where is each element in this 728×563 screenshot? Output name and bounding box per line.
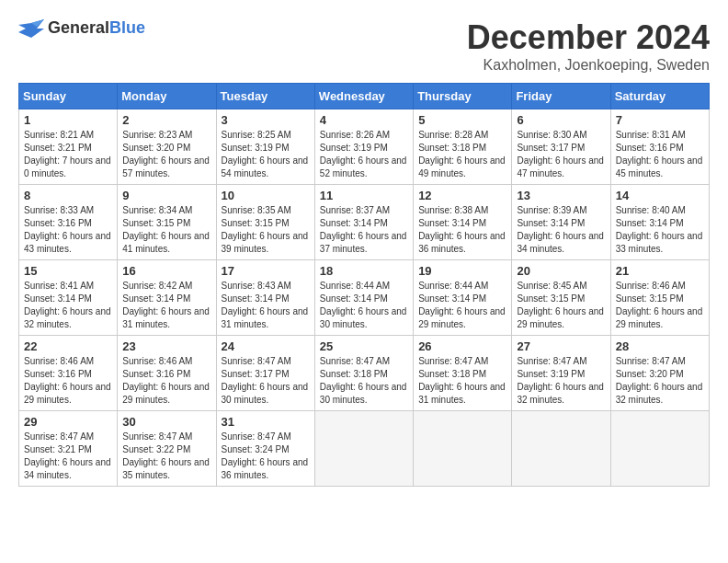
calendar-week-3: 15Sunrise: 8:41 AMSunset: 3:14 PMDayligh… — [19, 260, 710, 336]
day-number: 6 — [517, 113, 605, 127]
sunset-text: Sunset: 3:17 PM — [222, 368, 310, 381]
day-number: 20 — [517, 264, 605, 278]
calendar-cell: 1Sunrise: 8:21 AMSunset: 3:21 PMDaylight… — [19, 109, 118, 185]
day-number: 25 — [320, 339, 408, 353]
day-info: Sunrise: 8:23 AMSunset: 3:20 PMDaylight:… — [122, 129, 210, 180]
calendar-cell: 24Sunrise: 8:47 AMSunset: 3:17 PMDayligh… — [216, 336, 314, 411]
day-number: 26 — [418, 339, 506, 353]
calendar-cell: 9Sunrise: 8:34 AMSunset: 3:15 PMDaylight… — [118, 185, 216, 260]
sunset-text: Sunset: 3:14 PM — [616, 217, 704, 230]
day-info: Sunrise: 8:47 AMSunset: 3:18 PMDaylight:… — [418, 355, 506, 407]
day-info: Sunrise: 8:43 AMSunset: 3:14 PMDaylight:… — [222, 280, 310, 331]
sunrise-text: Sunrise: 8:35 AM — [222, 204, 310, 217]
calendar-cell — [314, 411, 413, 487]
sunrise-text: Sunrise: 8:34 AM — [122, 204, 210, 217]
day-info: Sunrise: 8:39 AMSunset: 3:14 PMDaylight:… — [517, 204, 605, 256]
sunrise-text: Sunrise: 8:46 AM — [24, 355, 112, 368]
calendar-cell: 16Sunrise: 8:42 AMSunset: 3:14 PMDayligh… — [118, 260, 216, 336]
sunrise-text: Sunrise: 8:47 AM — [24, 431, 112, 443]
daylight-text: Daylight: 6 hours and 39 minutes. — [222, 230, 310, 256]
sunset-text: Sunset: 3:14 PM — [122, 293, 210, 305]
daylight-text: Daylight: 6 hours and 32 minutes. — [616, 381, 704, 407]
calendar-cell — [414, 411, 512, 487]
sunset-text: Sunset: 3:15 PM — [222, 217, 310, 230]
sunset-text: Sunset: 3:14 PM — [222, 293, 310, 305]
calendar-cell: 19Sunrise: 8:44 AMSunset: 3:14 PMDayligh… — [414, 260, 512, 336]
day-number: 8 — [24, 189, 112, 202]
sunset-text: Sunset: 3:14 PM — [24, 293, 112, 305]
daylight-text: Daylight: 6 hours and 29 minutes. — [24, 381, 112, 407]
calendar-cell: 2Sunrise: 8:23 AMSunset: 3:20 PMDaylight… — [118, 109, 216, 185]
calendar-cell: 22Sunrise: 8:46 AMSunset: 3:16 PMDayligh… — [19, 336, 118, 411]
day-info: Sunrise: 8:30 AMSunset: 3:17 PMDaylight:… — [517, 129, 605, 180]
day-number: 7 — [616, 113, 704, 127]
calendar-cell: 13Sunrise: 8:39 AMSunset: 3:14 PMDayligh… — [512, 185, 610, 260]
daylight-text: Daylight: 6 hours and 29 minutes. — [517, 305, 605, 331]
sunset-text: Sunset: 3:16 PM — [616, 142, 704, 155]
daylight-text: Daylight: 6 hours and 49 minutes. — [418, 155, 506, 180]
daylight-text: Daylight: 6 hours and 29 minutes. — [616, 305, 704, 331]
daylight-text: Daylight: 6 hours and 33 minutes. — [616, 230, 704, 256]
day-info: Sunrise: 8:46 AMSunset: 3:15 PMDaylight:… — [616, 280, 704, 331]
sunset-text: Sunset: 3:14 PM — [320, 293, 408, 305]
sunset-text: Sunset: 3:14 PM — [418, 293, 506, 305]
day-number: 28 — [616, 339, 704, 353]
sunrise-text: Sunrise: 8:46 AM — [616, 280, 704, 293]
day-info: Sunrise: 8:38 AMSunset: 3:14 PMDaylight:… — [418, 204, 506, 256]
calendar-cell: 20Sunrise: 8:45 AMSunset: 3:15 PMDayligh… — [512, 260, 610, 336]
calendar-cell: 3Sunrise: 8:25 AMSunset: 3:19 PMDaylight… — [216, 109, 314, 185]
sunrise-text: Sunrise: 8:46 AM — [122, 355, 210, 368]
sunrise-text: Sunrise: 8:47 AM — [222, 431, 310, 443]
sunset-text: Sunset: 3:14 PM — [517, 217, 605, 230]
header: GeneralBlue December 2024 Kaxholmen, Joe… — [18, 18, 710, 74]
daylight-text: Daylight: 6 hours and 35 minutes. — [122, 456, 210, 482]
sunrise-text: Sunrise: 8:47 AM — [222, 355, 310, 368]
calendar-body: 1Sunrise: 8:21 AMSunset: 3:21 PMDaylight… — [19, 109, 710, 487]
col-header-monday: Monday — [118, 84, 216, 109]
day-info: Sunrise: 8:47 AMSunset: 3:20 PMDaylight:… — [616, 355, 704, 407]
day-number: 2 — [122, 113, 210, 127]
daylight-text: Daylight: 6 hours and 32 minutes. — [24, 305, 112, 331]
calendar-cell: 4Sunrise: 8:26 AMSunset: 3:19 PMDaylight… — [314, 109, 413, 185]
daylight-text: Daylight: 6 hours and 41 minutes. — [122, 230, 210, 256]
calendar-week-5: 29Sunrise: 8:47 AMSunset: 3:21 PMDayligh… — [19, 411, 710, 487]
calendar-cell: 18Sunrise: 8:44 AMSunset: 3:14 PMDayligh… — [314, 260, 413, 336]
day-number: 31 — [222, 415, 310, 429]
daylight-text: Daylight: 7 hours and 0 minutes. — [24, 155, 112, 180]
day-number: 4 — [320, 113, 408, 127]
calendar-cell: 6Sunrise: 8:30 AMSunset: 3:17 PMDaylight… — [512, 109, 610, 185]
calendar-cell: 28Sunrise: 8:47 AMSunset: 3:20 PMDayligh… — [610, 336, 709, 411]
daylight-text: Daylight: 6 hours and 43 minutes. — [24, 230, 112, 256]
logo: GeneralBlue — [18, 18, 145, 38]
calendar-cell — [512, 411, 610, 487]
sunrise-text: Sunrise: 8:40 AM — [616, 204, 704, 217]
daylight-text: Daylight: 6 hours and 31 minutes. — [418, 381, 506, 407]
day-info: Sunrise: 8:25 AMSunset: 3:19 PMDaylight:… — [222, 129, 310, 180]
sunrise-text: Sunrise: 8:42 AM — [122, 280, 210, 293]
daylight-text: Daylight: 6 hours and 31 minutes. — [122, 305, 210, 331]
logo-text: GeneralBlue — [48, 18, 145, 38]
day-number: 14 — [616, 189, 704, 202]
day-info: Sunrise: 8:47 AMSunset: 3:17 PMDaylight:… — [222, 355, 310, 407]
sunrise-text: Sunrise: 8:31 AM — [616, 129, 704, 142]
calendar-cell: 21Sunrise: 8:46 AMSunset: 3:15 PMDayligh… — [610, 260, 709, 336]
daylight-text: Daylight: 6 hours and 54 minutes. — [222, 155, 310, 180]
calendar-cell: 17Sunrise: 8:43 AMSunset: 3:14 PMDayligh… — [216, 260, 314, 336]
daylight-text: Daylight: 6 hours and 37 minutes. — [320, 230, 408, 256]
logo-blue: Blue — [109, 18, 145, 37]
sunset-text: Sunset: 3:16 PM — [122, 368, 210, 381]
calendar-cell: 30Sunrise: 8:47 AMSunset: 3:22 PMDayligh… — [118, 411, 216, 487]
daylight-text: Daylight: 6 hours and 45 minutes. — [616, 155, 704, 180]
day-info: Sunrise: 8:47 AMSunset: 3:18 PMDaylight:… — [320, 355, 408, 407]
sunrise-text: Sunrise: 8:43 AM — [222, 280, 310, 293]
sunset-text: Sunset: 3:19 PM — [320, 142, 408, 155]
day-info: Sunrise: 8:47 AMSunset: 3:19 PMDaylight:… — [517, 355, 605, 407]
col-header-friday: Friday — [512, 84, 610, 109]
calendar-week-1: 1Sunrise: 8:21 AMSunset: 3:21 PMDaylight… — [19, 109, 710, 185]
day-info: Sunrise: 8:45 AMSunset: 3:15 PMDaylight:… — [517, 280, 605, 331]
sunset-text: Sunset: 3:19 PM — [517, 368, 605, 381]
month-title: December 2024 — [467, 18, 710, 57]
calendar-cell: 10Sunrise: 8:35 AMSunset: 3:15 PMDayligh… — [216, 185, 314, 260]
daylight-text: Daylight: 6 hours and 29 minutes. — [122, 381, 210, 407]
sunset-text: Sunset: 3:21 PM — [24, 142, 112, 155]
